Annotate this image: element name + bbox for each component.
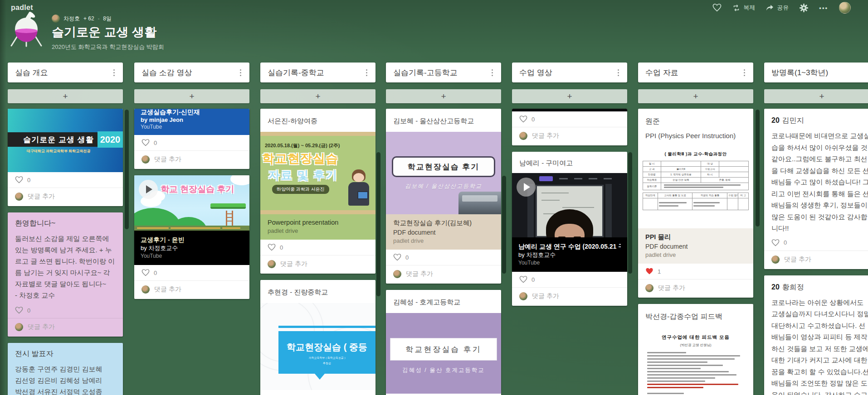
author-avatar[interactable] xyxy=(52,14,60,23)
like-count: 0 xyxy=(280,244,283,251)
attachment-name[interactable]: 추현경-학교현장실습(중등) xyxy=(260,390,375,395)
post-video-shinminjae[interactable]: 교생실습후기-신민재 by minjae Jeon YouTube 0 댓글 추… xyxy=(134,109,249,169)
attachment-name[interactable]: 학교현장실습 후기(김보혜) xyxy=(393,219,494,227)
preview-badge: 하양여중 과학과 서은진 xyxy=(272,185,329,194)
teacher-illustration xyxy=(344,169,373,208)
video-thumbnail[interactable]: 학교 현장실습 후기 xyxy=(134,175,249,231)
add-comment-row[interactable]: 댓글 추가 xyxy=(764,250,868,269)
attachment-preview[interactable]: 학교현장실습 후기 김혜성 / 울산 호계고등학교 xyxy=(386,313,501,394)
add-comment-row[interactable]: 댓글 추가 xyxy=(512,287,627,306)
attachment-preview[interactable]: 학교현장실습 후기 김보혜 / 울산삼산고등학교 xyxy=(386,132,501,214)
attachment-preview[interactable]: 2020.05.18.(월) ~ 05.29.(금) (2주) 학교현장실습 자… xyxy=(260,132,375,214)
add-comment-row[interactable]: 댓글 추가 xyxy=(134,280,249,299)
document-text-lines xyxy=(646,352,745,394)
add-post-button[interactable]: + xyxy=(638,89,753,103)
user-avatar[interactable] xyxy=(839,2,851,14)
add-post-button[interactable]: + xyxy=(512,89,627,103)
add-comment-label: 댓글 추가 xyxy=(154,285,181,294)
heart-icon xyxy=(268,244,276,251)
more-button[interactable]: ••• xyxy=(819,5,828,11)
like-button[interactable]: 0 xyxy=(8,172,123,188)
column-menu-button[interactable] xyxy=(740,67,749,78)
post-signature: - 차정호 교수 xyxy=(8,291,123,303)
column-scrollbar[interactable] xyxy=(125,110,129,229)
add-comment-row[interactable]: 댓글 추가 xyxy=(638,279,753,298)
like-count: 0 xyxy=(784,239,787,246)
preview-title-1: 학교현장실습 xyxy=(262,150,338,167)
author-name[interactable]: 차정호 xyxy=(63,15,80,23)
like-button[interactable]: 0 xyxy=(260,240,375,255)
post-video-yunbin[interactable]: 학교 현장실습 후기 교생후기 - 윤빈 by 차정호교수 YouTube 0 … xyxy=(134,175,249,299)
post-video-namyeri[interactable]: 남예리 - 구미여고 남예리 교생 연구 수업 (2020.05.21 구미..… xyxy=(512,152,627,306)
post-title: 박선경-갑종수업 피드백 xyxy=(638,304,753,327)
column-scrollbar[interactable] xyxy=(376,152,380,296)
add-comment-row[interactable]: 댓글 추가 xyxy=(512,127,627,145)
post-welcome[interactable]: 환영합니다~ 둘러보신 소감을 제일 오른쪽에 있는 방명록에 남겨 주세요. … xyxy=(8,212,123,337)
like-count: 0 xyxy=(532,276,535,283)
attachment-preview[interactable]: ( 물리학Ⅱ )과 교수-학습과정안 일 시대 상 교 과물리학Ⅱ수업교사 단원… xyxy=(638,146,753,228)
post-video-partial[interactable]: 0 댓글 추가 xyxy=(512,109,627,145)
column-scrollbar[interactable] xyxy=(756,110,760,226)
column-menu-button[interactable] xyxy=(362,67,371,78)
attachment-source: padlet drive xyxy=(268,227,368,234)
share-icon xyxy=(766,5,774,11)
presenters-line: 강동훈 구연주 김경민 김보혜 xyxy=(15,363,116,375)
attachment-preview[interactable]: 학교현장실습 ( 중등 과학교육학부 ( 화학교육전공 ) 추현경 xyxy=(260,303,375,390)
presenters-line: 박선경 서유진 서정덕 오성종 xyxy=(15,386,116,395)
column-scrollbar[interactable] xyxy=(628,152,632,274)
like-button[interactable]: 0 xyxy=(134,265,249,280)
add-post-button[interactable]: + xyxy=(764,89,868,103)
add-post-button[interactable]: + xyxy=(134,89,249,103)
post-presenters[interactable]: 전시 발표자 강동훈 구연주 김경민 김보혜 김선영 김은비 김혜성 남예리 박… xyxy=(8,343,123,395)
add-post-button[interactable]: + xyxy=(386,89,501,103)
duplicate-button[interactable]: 복제 xyxy=(732,4,755,12)
like-button[interactable]: 0 xyxy=(8,303,123,318)
like-button[interactable]: 0 xyxy=(134,135,249,150)
column-menu-button[interactable] xyxy=(866,67,868,78)
post-title: 20황희정 xyxy=(764,275,868,292)
video-author: by minjae Jeon xyxy=(141,116,243,124)
attachment-name[interactable]: PPI 물리 xyxy=(645,233,746,241)
post-kimhyeseong[interactable]: 김혜성 - 호계고등학교 학교현장실습 후기 김혜성 / 울산 호계고등학교 학… xyxy=(386,290,501,395)
column-menu-button[interactable] xyxy=(614,67,623,78)
like-button[interactable]: 1 xyxy=(638,264,753,279)
remake-icon xyxy=(732,5,740,11)
add-comment-row[interactable]: 댓글 추가 xyxy=(134,150,249,169)
video-thumbnail[interactable] xyxy=(512,173,627,237)
post-chuhyeonkyeong[interactable]: 추현경 - 진량중학교 학교현장실습 ( 중등 과학교육학부 ( 화학교육전공 … xyxy=(260,280,375,395)
column-menu-button[interactable] xyxy=(109,67,118,78)
add-comment-row[interactable]: 댓글 추가 xyxy=(260,255,375,274)
post-parkseonkyeong[interactable]: 박선경-갑종수업 피드백 연구수업에 대한 피드백 모음 (박선경 교생 선생님… xyxy=(638,304,753,395)
post-banner[interactable]: 슬기로운 교생 생활 2020 대구대학교 과학교육학부 화학교육전공 0 댓글… xyxy=(8,109,123,206)
post-wonjun[interactable]: 원준 PPI (Physics Peer Instruction) ( 물리학Ⅱ… xyxy=(638,109,753,298)
like-button[interactable]: 0 xyxy=(764,235,868,250)
like-board-button[interactable] xyxy=(712,4,722,12)
add-post-button[interactable]: + xyxy=(8,89,123,103)
like-button[interactable]: 0 xyxy=(512,272,627,287)
top-actions: 복제 공유 ••• xyxy=(712,2,851,14)
share-button[interactable]: 공유 xyxy=(766,4,789,12)
padlet-logo: padlet xyxy=(11,4,33,12)
attachment-name[interactable]: Powerpoint presentation xyxy=(268,219,368,226)
like-button[interactable]: 0 xyxy=(512,111,627,127)
add-comment-row[interactable]: 댓글 추가 xyxy=(8,318,123,337)
settings-button[interactable] xyxy=(800,4,808,12)
column-menu-button[interactable] xyxy=(488,67,497,78)
banner-image[interactable]: 슬기로운 교생 생활 2020 대구대학교 과학교육학부 화학교육전공 xyxy=(8,109,123,172)
post-seoeunjin[interactable]: 서은진-하양여중 2020.05.18.(월) ~ 05.29.(금) (2주)… xyxy=(260,109,375,274)
post-kimbohye[interactable]: 김보혜 - 울산삼산고등학교 학교현장실습 후기 김보혜 / 울산삼산고등학교 … xyxy=(386,109,501,284)
column-scrollbar[interactable] xyxy=(502,176,506,274)
post-guestbook-kimminji[interactable]: 20김민지 코로나때문에 비대면으로 교생실습을 하셔서 많이 아쉬우셨을 것같… xyxy=(764,109,868,269)
play-icon[interactable] xyxy=(139,180,158,199)
play-icon[interactable] xyxy=(517,178,536,197)
contributor-count[interactable]: + 62 xyxy=(83,15,94,22)
add-post-button[interactable]: + xyxy=(260,89,375,103)
video-caption-block[interactable]: 교생실습후기-신민재 by minjae Jeon YouTube xyxy=(134,109,249,135)
add-comment-row[interactable]: 댓글 추가 xyxy=(386,265,501,284)
column-menu-button[interactable] xyxy=(236,67,245,78)
post-guestbook-hwanghuijeong[interactable]: 20황희정 코로나라는 아쉬운 상황에서도 교생실습까지 다녀오시다니 정말 대… xyxy=(764,275,868,395)
attachment-preview[interactable]: 연구수업에 대한 피드백 모음 (박선경 교생 선생님) xyxy=(638,327,753,395)
add-comment-row[interactable]: 댓글 추가 xyxy=(8,188,123,206)
like-button[interactable]: 0 xyxy=(386,250,501,265)
heart-icon xyxy=(141,269,150,276)
